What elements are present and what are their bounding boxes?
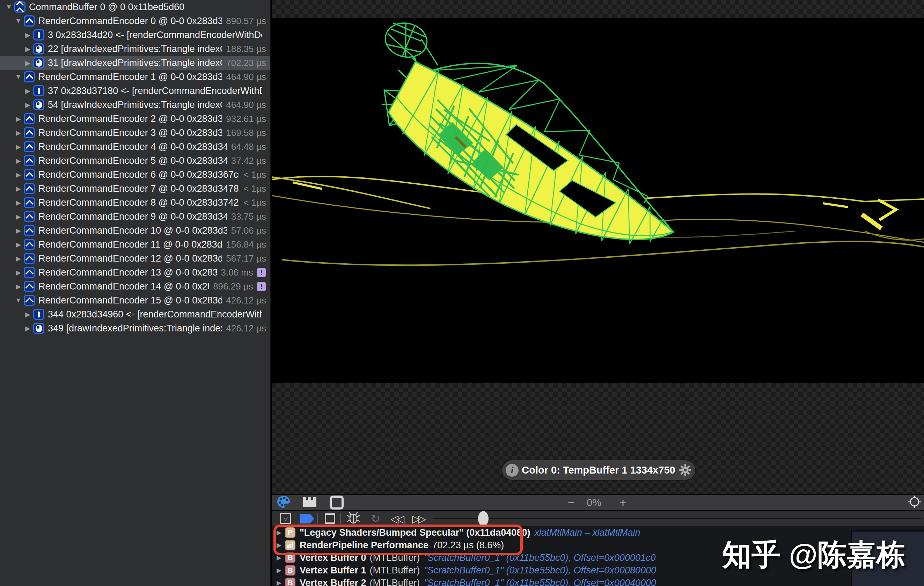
render-encoder-icon <box>24 113 35 124</box>
disclosure-triangle-icon[interactable]: ▶ <box>13 199 23 207</box>
disclosure-triangle-icon[interactable]: ▶ <box>13 227 23 235</box>
tree-row-label: RenderCommandEncoder 3 @ 0-0 0x283d34a20 <box>38 127 222 138</box>
buffer-icon: B <box>285 578 295 586</box>
warning-badge-icon: ! <box>257 282 266 291</box>
resource-type: (MTLBuffer) <box>370 578 420 586</box>
tree-row[interactable]: ▶ RenderCommandEncoder 2 @ 0-0 0x283d373… <box>0 112 270 126</box>
disclosure-triangle-icon[interactable]: ▶ <box>13 129 23 137</box>
disclosure-triangle-icon[interactable]: ▶ <box>23 101 33 109</box>
rewind-button[interactable]: ◁◁ <box>390 513 402 525</box>
tree-row[interactable]: ▶ RenderCommandEncoder 11 @ 0-0 0x283d37… <box>0 238 270 251</box>
pipeline-state-icon: P <box>285 527 295 538</box>
tree-row[interactable]: ▼ RenderCommandEncoder 1 @ 0-0 0x283d371… <box>0 70 270 84</box>
tree-row-label: 31 [drawIndexedPrimitives:Triangle index… <box>48 58 222 68</box>
resource-name: Vertex Buffer 1 <box>300 565 366 576</box>
tree-row-label: CommandBuffer 0 @ 0 0x11bed5d60 <box>29 2 262 13</box>
crosshair-icon[interactable] <box>908 495 921 510</box>
flag-icon[interactable] <box>300 514 314 523</box>
disclosure-triangle-icon[interactable]: ▶ <box>13 269 23 277</box>
tree-row[interactable]: ▼ RenderCommandEncoder 15 @ 0-0 0x283d34… <box>0 293 270 307</box>
resource-link[interactable]: "ScratchBuffer0_1" (0x11be55bc0), Offset… <box>424 553 655 563</box>
zoom-out-button[interactable]: − <box>568 497 575 508</box>
texture-toolbar: − 0% + <box>272 494 924 511</box>
stop-icon[interactable] <box>325 513 335 524</box>
attachment-overlay[interactable]: i Color 0: TempBuffer 1 1334x750 <box>502 460 695 480</box>
disclosure-triangle-icon[interactable]: ▶ <box>13 115 23 123</box>
resource-link[interactable]: xlatMtlMain – xlatMtlMain <box>534 527 640 538</box>
tree-row-label: RenderCommandEncoder 11 @ 0-0 0x283d3712… <box>38 239 222 250</box>
disclosure-triangle-icon[interactable]: ▼ <box>13 17 23 25</box>
tree-row[interactable]: ▶ 37 0x283d37180 <- [renderCommandEncode… <box>0 84 270 98</box>
resource-link[interactable]: "ScratchBuffer0_1" (0x11be55bc0), Offset… <box>424 565 656 576</box>
timeline-slider-thumb[interactable] <box>478 511 488 526</box>
tree-row[interactable]: ▶ RenderCommandEncoder 6 @ 0-0 0x283d367… <box>0 168 270 182</box>
disclosure-triangle-icon[interactable]: ▶ <box>23 45 33 53</box>
tree-row[interactable]: ▶ RenderCommandEncoder 9 @ 0-0 0x283d343… <box>0 210 270 223</box>
framebuffer-icon[interactable] <box>330 495 343 510</box>
tree-row[interactable]: ▶ RenderCommandEncoder 4 @ 0-0 0x283d34f… <box>0 140 270 154</box>
disclosure-triangle-icon[interactable]: ▶ <box>274 529 284 536</box>
tree-row[interactable]: ▶ 31 [drawIndexedPrimitives:Triangle ind… <box>0 56 270 70</box>
zoom-in-button[interactable]: + <box>619 497 627 508</box>
render-encoder-icon <box>24 169 35 180</box>
render-encoder-icon <box>24 281 35 292</box>
disclosure-triangle-icon[interactable]: ▼ <box>4 3 13 11</box>
tree-row[interactable]: ▶ 22 [drawIndexedPrimitives:Triangle ind… <box>0 42 270 56</box>
tree-row[interactable]: ▶ 3 0x283d34d20 <- [renderCommandEncoder… <box>0 28 270 42</box>
disclosure-triangle-icon[interactable]: ▶ <box>13 143 23 151</box>
disclosure-triangle-icon[interactable]: ▶ <box>23 310 33 319</box>
disclosure-triangle-icon[interactable]: ▶ <box>13 213 23 221</box>
tree-row-duration: 64.48 µs <box>231 142 266 152</box>
disclosure-triangle-icon[interactable]: ▶ <box>23 324 33 332</box>
refresh-icon[interactable]: ↻ <box>371 512 380 525</box>
info-icon[interactable]: i <box>506 464 518 477</box>
tree-row[interactable]: ▼ RenderCommandEncoder 0 @ 0-0 0x283d34d… <box>0 14 270 28</box>
timeline-slider[interactable] <box>433 518 922 519</box>
tree-row-label: 3 0x283d34d20 <- [renderCommandEncoderWi… <box>48 30 262 41</box>
tree-row[interactable]: ▶ RenderCommandEncoder 5 @ 0-0 0x283d34c… <box>0 154 270 168</box>
tree-row[interactable]: ▶ RenderCommandEncoder 14 @ 0-0 0x283d34… <box>0 279 270 293</box>
disclosure-triangle-icon[interactable]: ▶ <box>274 566 284 574</box>
expand-box-icon[interactable]: ▽ <box>280 513 291 524</box>
resource-link[interactable]: "ScratchBuffer0_1" (0x11be55bc0), Offset… <box>424 578 656 586</box>
fast-forward-button[interactable]: ▷▷ <box>412 513 424 525</box>
disclosure-triangle-icon[interactable]: ▶ <box>274 554 284 561</box>
disclosure-triangle-icon[interactable]: ▶ <box>274 579 284 586</box>
bug-icon[interactable] <box>346 511 360 526</box>
tree-row-duration: 37.42 µs <box>231 155 266 166</box>
api-call-icon <box>33 29 45 41</box>
tree-row[interactable]: ▶ RenderCommandEncoder 10 @ 0-0 0x283d37… <box>0 223 270 238</box>
tree-row[interactable]: ▼ CommandBuffer 0 @ 0 0x11bed5d60 <box>0 0 270 14</box>
disclosure-triangle-icon[interactable]: ▶ <box>13 282 23 291</box>
disclosure-triangle-icon[interactable]: ▼ <box>13 73 23 81</box>
tree-row[interactable]: ▶ RenderCommandEncoder 12 @ 0-0 0x283d34… <box>0 251 270 266</box>
resource-name: Vertex Buffer 2 <box>300 578 366 586</box>
tree-row[interactable]: ▶ 54 [drawIndexedPrimitives:Triangle ind… <box>0 98 270 112</box>
tree-row[interactable]: ▶ RenderCommandEncoder 8 @ 0-0 0x283d374… <box>0 196 270 210</box>
disclosure-triangle-icon[interactable]: ▶ <box>13 157 23 165</box>
gear-icon[interactable] <box>678 464 692 477</box>
memory-icon[interactable] <box>302 496 317 509</box>
toolbar-separator <box>340 513 341 524</box>
tree-row[interactable]: ▶ RenderCommandEncoder 3 @ 0-0 0x283d34a… <box>0 126 270 140</box>
resource-row[interactable]: ▶ B Vertex Buffer 2 (MTLBuffer) "Scratch… <box>272 576 924 586</box>
tree-row-duration: < 1µs <box>243 169 266 180</box>
disclosure-triangle-icon[interactable]: ▶ <box>13 171 23 179</box>
tree-row[interactable]: ▶ RenderCommandEncoder 13 @ 0-0 0x283d34… <box>0 266 270 279</box>
tree-row[interactable]: ▶ 344 0x283d34960 <- [renderCommandEncod… <box>0 307 270 321</box>
disclosure-triangle-icon[interactable]: ▶ <box>23 59 33 67</box>
disclosure-triangle-icon[interactable]: ▶ <box>13 241 23 249</box>
tree-row-label: RenderCommandEncoder 13 @ 0-0 0x283d34de… <box>38 267 217 278</box>
disclosure-triangle-icon[interactable]: ▶ <box>23 87 33 95</box>
command-buffer-icon <box>14 2 25 13</box>
disclosure-triangle-icon[interactable]: ▶ <box>274 541 284 549</box>
disclosure-triangle-icon[interactable]: ▶ <box>13 254 23 262</box>
disclosure-triangle-icon[interactable]: ▼ <box>13 297 23 304</box>
tree-row[interactable]: ▶ 349 [drawIndexedPrimitives:Triangle in… <box>0 321 270 335</box>
disclosure-triangle-icon[interactable]: ▶ <box>13 185 23 193</box>
resource-name: RenderPipeline Performance <box>300 540 429 551</box>
disclosure-triangle-icon[interactable]: ▶ <box>23 31 33 39</box>
render-encoder-icon <box>24 295 35 306</box>
palette-icon[interactable] <box>277 495 290 510</box>
tree-row[interactable]: ▶ RenderCommandEncoder 7 @ 0-0 0x283d347… <box>0 182 270 196</box>
